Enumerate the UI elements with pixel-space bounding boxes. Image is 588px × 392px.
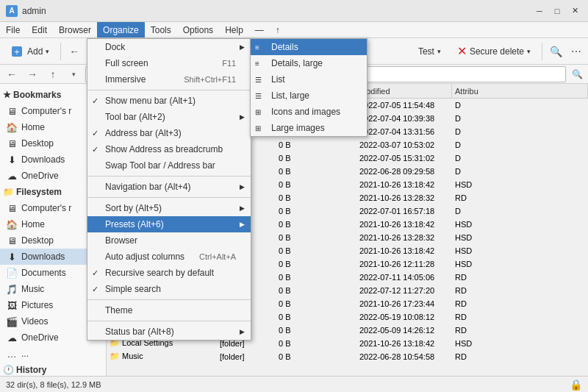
details-check-icon: ≡: [255, 43, 259, 51]
preset-large-images[interactable]: ⊞ Large images: [251, 120, 367, 136]
auto-columns-label: Auto adjust columns: [105, 252, 184, 262]
videos-icon: 🎬: [6, 316, 18, 327]
back-button[interactable]: ←: [65, 43, 83, 60]
auto-columns-shortcut: Ctrl+Alt+A: [184, 252, 236, 261]
sidebar-history-header[interactable]: 🕐 History: [0, 362, 106, 376]
addr-up-button[interactable]: ↑: [44, 65, 62, 83]
col-header-modified[interactable]: Modified: [356, 84, 452, 98]
preset-details-large[interactable]: ≡ Details, large: [251, 55, 367, 71]
test-dropdown-icon[interactable]: ▾: [437, 48, 441, 55]
menu-file[interactable]: File: [0, 22, 26, 38]
file-row[interactable]: 📁 Music [folder] 0 B 2022-06-28 10:54:58…: [107, 350, 588, 363]
menu-help[interactable]: Help: [219, 22, 249, 38]
file-modified: 2022-07-04 10:39:38: [356, 114, 452, 123]
menu-up[interactable]: ↑: [270, 22, 286, 38]
onedrive2-icon: ☁: [6, 332, 18, 343]
presets-label: Presets (Alt+6): [105, 219, 164, 229]
status-bar: 32 dir(s), 8 file(s), 12.9 MB 🔒: [0, 376, 588, 392]
menu-immersive[interactable]: Immersive Shift+Ctrl+F11: [87, 71, 251, 88]
addr-back-button[interactable]: ←: [3, 65, 21, 83]
sidebar-filesystem-label: Filesystem: [16, 187, 62, 197]
search-button[interactable]: 🔍: [547, 43, 564, 60]
more-button[interactable]: ⋯: [567, 43, 585, 60]
immersive-shortcut: Shift+Ctrl+F11: [169, 75, 236, 84]
addr-forward-button[interactable]: →: [24, 65, 41, 83]
menu-simple-search[interactable]: Simple search: [87, 281, 251, 297]
menu-tools[interactable]: Tools: [145, 22, 177, 38]
file-modified: 2022-07-05 15:31:02: [356, 154, 452, 163]
sidebar-videos-label: Videos: [21, 316, 48, 327]
add-button[interactable]: + Add ▾: [3, 41, 56, 62]
list-large-icon: ☰: [255, 92, 262, 100]
menu-organize[interactable]: Organize: [97, 22, 145, 38]
menu-options[interactable]: Options: [177, 22, 219, 38]
menu-bar: File Edit Browser Organize Tools Options…: [0, 22, 588, 38]
menu-statusbar[interactable]: Status bar (Alt+8): [87, 324, 251, 340]
file-attrib: RD: [452, 352, 588, 361]
file-size: 0 B: [276, 339, 320, 348]
file-attrib: D: [452, 207, 588, 215]
file-modified: 2022-07-05 11:54:48: [356, 101, 452, 110]
file-size: 0 B: [276, 326, 320, 335]
menu-navbar[interactable]: Navigation bar (Alt+4): [87, 179, 251, 195]
test-button[interactable]: Test ▾: [412, 43, 448, 60]
col-header-attrib[interactable]: Attribu: [452, 84, 588, 98]
menu-swap-toolbars[interactable]: Swap Tool bar / Address bar: [87, 157, 251, 174]
add-dropdown-icon[interactable]: ▾: [46, 48, 49, 55]
menu-dock[interactable]: Dock: [87, 39, 251, 55]
file-size: 0 B: [276, 246, 320, 255]
close-button[interactable]: ✕: [567, 4, 582, 18]
file-modified: 2021-10-26 17:23:44: [356, 299, 452, 308]
addr-dropdown-button[interactable]: ▾: [65, 65, 82, 83]
menu-toolbar[interactable]: Tool bar (Alt+2): [87, 109, 251, 125]
file-attrib: D: [452, 154, 588, 163]
file-modified: 2022-03-07 10:53:02: [356, 140, 452, 149]
computer2-icon: 🖥: [6, 202, 18, 214]
file-attrib: D: [452, 127, 588, 136]
file-size: 0 B: [276, 207, 320, 215]
history-icon: 🕐: [3, 365, 14, 375]
navbar-label: Navigation bar (Alt+4): [105, 182, 190, 192]
sep5: [87, 321, 251, 321]
desktop-icon: 🖥: [6, 138, 18, 149]
title-text: admin: [22, 6, 532, 16]
menu-browser[interactable]: Browser: [53, 22, 97, 38]
svg-text:+: +: [14, 47, 19, 57]
file-attrib: RD: [452, 326, 588, 335]
sidebar-downloads1-label: Downloads: [21, 154, 65, 165]
secure-delete-button[interactable]: ✕ Secure delete ▾: [451, 41, 537, 61]
addressbar-label: Address bar (Alt+3): [105, 128, 182, 138]
browser-view-label: Browser: [105, 235, 137, 246]
file-attrib: HSD: [452, 220, 588, 229]
menu-edit[interactable]: Edit: [26, 22, 53, 38]
minimize-button[interactable]: ─: [532, 4, 547, 18]
preset-list-large[interactable]: ☰ List, large: [251, 88, 367, 104]
menu-recursive-search[interactable]: Recursive search by default: [87, 265, 251, 281]
sidebar-bookmarks-label: Bookmarks: [13, 90, 61, 100]
menu-auto-columns[interactable]: Auto adjust columns Ctrl+Alt+A: [87, 249, 251, 265]
preset-icons-images[interactable]: ⊞ Icons and images: [251, 104, 367, 120]
file-size: 0 B: [276, 220, 320, 229]
sidebar-item-more[interactable]: … ...: [0, 346, 106, 362]
file-size: 0 B: [276, 140, 320, 149]
list-icon: ☰: [255, 76, 262, 84]
menu-sortby[interactable]: Sort by (Alt+5): [87, 200, 251, 216]
file-modified: 2022-07-11 14:05:06: [356, 273, 452, 282]
fullscreen-shortcut: F11: [207, 59, 236, 68]
menu-show-breadcrumb[interactable]: Show Address as breadcrumb: [87, 141, 251, 157]
file-type: [folder]: [217, 352, 276, 361]
secure-delete-dropdown-icon[interactable]: ▾: [527, 48, 531, 55]
search-icon[interactable]: 🔍: [569, 66, 585, 82]
menu-theme[interactable]: Theme: [87, 302, 251, 318]
menu-presets[interactable]: Presets (Alt+6): [87, 216, 251, 232]
file-name: 📁 Music: [107, 352, 217, 361]
preset-list[interactable]: ☰ List: [251, 71, 367, 88]
title-controls: ─ □ ✕: [532, 4, 582, 18]
menu-browser-view[interactable]: Browser: [87, 232, 251, 249]
maximize-button[interactable]: □: [550, 4, 564, 18]
menu-addressbar[interactable]: Address bar (Alt+3): [87, 125, 251, 141]
menu-fullscreen[interactable]: Full screen F11: [87, 55, 251, 71]
menu-show-menubar[interactable]: Show menu bar (Alt+1): [87, 93, 251, 109]
preset-icons-images-label: Icons and images: [271, 107, 340, 117]
preset-details[interactable]: ≡ Details: [251, 39, 367, 55]
